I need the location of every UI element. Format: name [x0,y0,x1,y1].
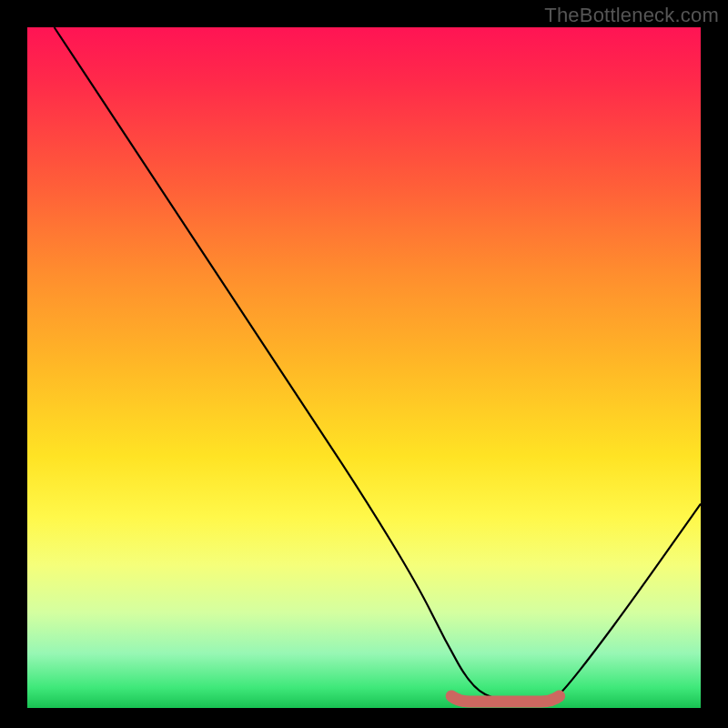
optimal-zone-marker [451,696,559,702]
bottleneck-curve-line [55,27,701,702]
chart-plot-area [27,27,701,708]
watermark-text: TheBottleneck.com [544,4,719,27]
chart-svg [27,27,701,708]
